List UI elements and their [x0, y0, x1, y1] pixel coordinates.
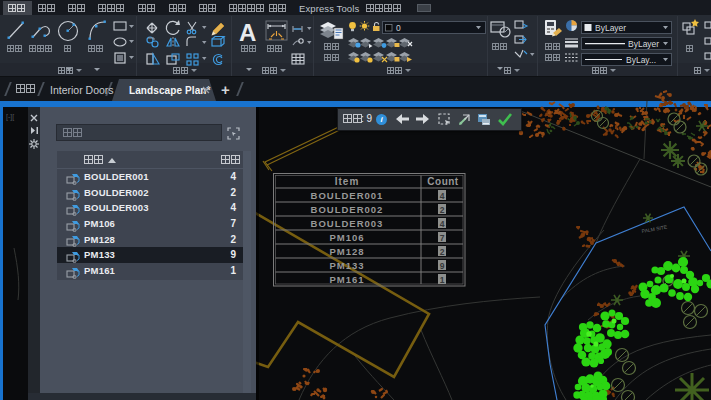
svg-text:BOULDER001: BOULDER001 [311, 190, 384, 201]
svg-text:[-][: [-][ [6, 113, 14, 121]
svg-text:2: 2 [440, 247, 445, 257]
svg-text:PM128: PM128 [329, 246, 364, 257]
svg-text:7: 7 [440, 233, 445, 243]
svg-text:PM133: PM133 [329, 260, 364, 271]
svg-text:1: 1 [440, 275, 445, 285]
svg-text:PALM SITE: PALM SITE [641, 223, 668, 233]
svg-text:PM106: PM106 [329, 232, 364, 243]
svg-text:4: 4 [440, 219, 445, 229]
svg-text:Item: Item [335, 176, 360, 187]
svg-text:BOULDER003: BOULDER003 [311, 218, 384, 229]
svg-text:9: 9 [440, 261, 445, 271]
svg-text:BOULDER002: BOULDER002 [311, 204, 384, 215]
svg-text:2: 2 [440, 205, 445, 215]
svg-text:PM161: PM161 [329, 274, 364, 285]
svg-text:4: 4 [440, 191, 445, 201]
svg-text:Count: Count [427, 176, 459, 187]
